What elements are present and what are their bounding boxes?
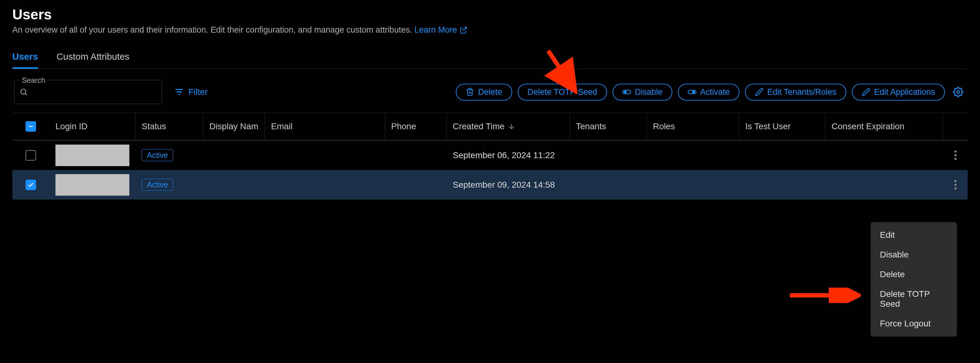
svg-point-1 [21, 89, 26, 94]
search-icon [19, 88, 28, 96]
gear-icon [953, 87, 963, 97]
annotation-arrow-right [787, 288, 861, 303]
col-test[interactable]: Is Test User [739, 113, 826, 140]
activate-label: Activate [700, 87, 730, 97]
tabs: Users Custom Attributes [12, 46, 968, 69]
row-menu-button[interactable] [951, 177, 960, 193]
search-label: Search [19, 76, 48, 85]
delete-totp-label: Delete TOTP Seed [528, 87, 598, 97]
table-header: Login ID Status Display Nam Email Phone … [12, 113, 968, 141]
learn-more-link[interactable]: Learn More [415, 25, 468, 35]
menu-delete-totp[interactable]: Delete TOTP Seed [871, 284, 957, 314]
tab-custom-attributes[interactable]: Custom Attributes [56, 46, 129, 69]
delete-button[interactable]: Delete [456, 84, 512, 101]
row-menu-button[interactable] [951, 147, 960, 163]
redacted-login [56, 144, 129, 166]
table-row[interactable]: Active September 06, 2024 11:22 [12, 141, 968, 170]
page-subtitle: An overview of all of your users and the… [12, 25, 968, 35]
delete-totp-button[interactable]: Delete TOTP Seed [518, 84, 607, 101]
table-settings-button[interactable] [950, 84, 966, 100]
edit-tenants-button[interactable]: Edit Tenants/Roles [745, 84, 846, 101]
col-phone[interactable]: Phone [385, 113, 447, 140]
menu-disable[interactable]: Disable [871, 245, 957, 265]
col-created[interactable]: Created Time [447, 113, 570, 140]
edit-tenants-label: Edit Tenants/Roles [767, 87, 837, 97]
disable-button[interactable]: Disable [612, 84, 672, 101]
created-time: September 06, 2024 11:22 [447, 141, 570, 170]
delete-label: Delete [478, 87, 502, 97]
row-context-menu: Edit Disable Delete Delete TOTP Seed For… [871, 222, 957, 336]
created-time: September 09, 2024 14:58 [447, 170, 570, 199]
col-created-label: Created Time [453, 122, 504, 132]
filter-icon [174, 87, 184, 97]
menu-delete[interactable]: Delete [871, 265, 957, 284]
status-badge: Active [142, 149, 173, 161]
edit-applications-button[interactable]: Edit Applications [852, 84, 945, 101]
status-badge: Active [142, 179, 173, 191]
subtitle-text: An overview of all of your users and the… [12, 25, 412, 35]
edit-apps-label: Edit Applications [874, 87, 935, 97]
filter-button[interactable]: Filter [174, 87, 208, 97]
col-status[interactable]: Status [135, 113, 203, 140]
tab-users[interactable]: Users [12, 46, 38, 69]
svg-point-7 [624, 91, 627, 93]
svg-point-9 [692, 91, 695, 93]
col-tenants[interactable]: Tenants [570, 113, 647, 140]
disable-label: Disable [635, 87, 662, 97]
table-row[interactable]: Active September 09, 2024 14:58 [12, 170, 968, 200]
filter-label: Filter [188, 87, 208, 97]
menu-edit[interactable]: Edit [871, 225, 957, 245]
search-field-wrap: Search [14, 80, 162, 104]
svg-line-2 [25, 94, 27, 95]
pencil-icon [862, 88, 870, 96]
svg-line-0 [463, 27, 466, 31]
col-email[interactable]: Email [265, 113, 385, 140]
col-roles[interactable]: Roles [647, 113, 739, 140]
toggle-on-icon [688, 88, 696, 96]
external-link-icon [460, 26, 468, 34]
page-title: Users [12, 6, 968, 23]
col-login[interactable]: Login ID [49, 113, 135, 140]
svg-point-10 [957, 91, 960, 94]
sort-desc-icon [508, 122, 515, 130]
learn-more-label: Learn More [415, 25, 457, 35]
redacted-login [56, 174, 129, 196]
col-consent[interactable]: Consent Expiration [826, 113, 943, 140]
row-checkbox[interactable] [25, 150, 36, 160]
toolbar: Search Filter Delete Delete TOTP Seed [12, 80, 968, 104]
row-checkbox[interactable] [25, 180, 36, 190]
toggle-off-icon [622, 88, 631, 96]
pencil-icon [755, 88, 764, 96]
col-display[interactable]: Display Nam [203, 113, 265, 140]
trash-icon [466, 88, 474, 96]
users-table: Login ID Status Display Nam Email Phone … [12, 113, 968, 200]
select-all-checkbox[interactable] [25, 121, 36, 132]
activate-button[interactable]: Activate [678, 84, 740, 101]
menu-force-logout[interactable]: Force Logout [871, 314, 957, 333]
search-input[interactable] [32, 87, 157, 97]
